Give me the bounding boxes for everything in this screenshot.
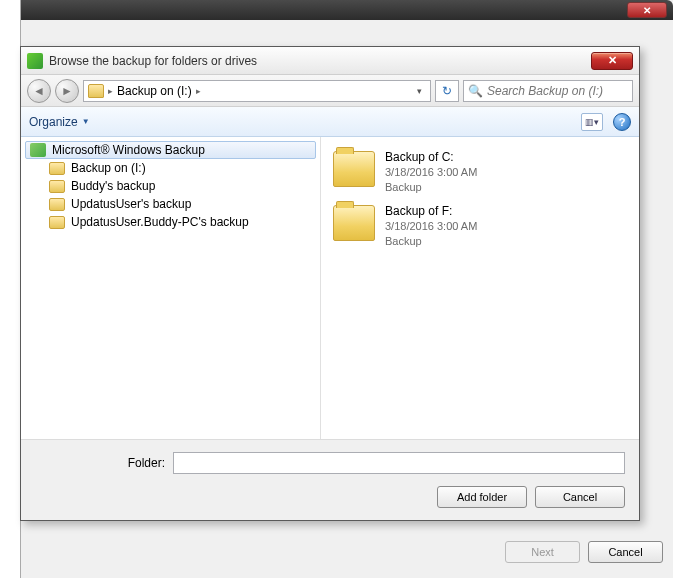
tree-item[interactable]: Buddy's backup [21,177,320,195]
refresh-button[interactable]: ↻ [435,80,459,102]
chevron-right-icon: ▸ [196,86,201,96]
item-type: Backup [385,180,477,195]
parent-titlebar: ✕ [21,0,673,20]
item-type: Backup [385,234,477,249]
item-name: Backup of C: [385,149,477,165]
content-pane[interactable]: Backup of C: 3/18/2016 3:00 AM Backup Ba… [321,137,639,439]
chevron-right-icon: ▸ [108,86,113,96]
item-date: 3/18/2016 3:00 AM [385,165,477,180]
folder-icon [49,180,65,193]
folder-input[interactable] [173,452,625,474]
dialog-close-button[interactable]: ✕ [591,52,633,70]
folder-icon [88,84,104,98]
split-pane: Microsoft® Windows Backup Backup on (I:)… [21,137,639,439]
tree-item[interactable]: UpdatusUser.Buddy-PC's backup [21,213,320,231]
parent-button-row: Next Cancel [505,541,663,563]
view-options-button[interactable]: ▥▾ [581,113,603,131]
search-box[interactable]: 🔍 [463,80,633,102]
nav-bar: ◄ ► ▸ Backup on (I:) ▸ ▾ ↻ 🔍 [21,75,639,107]
dialog-titlebar: Browse the backup for folders or drives … [21,47,639,75]
dialog-button-row: Add folder Cancel [35,486,625,508]
dialog-title: Browse the backup for folders or drives [49,54,257,68]
nav-tree[interactable]: Microsoft® Windows Backup Backup on (I:)… [21,137,321,439]
chevron-down-icon: ▼ [82,117,90,126]
tree-item-label: UpdatusUser.Buddy-PC's backup [71,215,249,229]
folder-icon [49,216,65,229]
backup-root-icon [30,143,46,157]
folder-icon [49,162,65,175]
search-icon: 🔍 [468,84,483,98]
toolbar: Organize ▼ ▥▾ ? [21,107,639,137]
parent-close-button[interactable]: ✕ [627,2,667,18]
search-input[interactable] [487,84,628,98]
folder-label: Folder: [35,456,165,470]
parent-next-button: Next [505,541,580,563]
folder-field-row: Folder: [35,452,625,474]
list-item[interactable]: Backup of C: 3/18/2016 3:00 AM Backup [331,145,629,199]
nav-forward-button[interactable]: ► [55,79,79,103]
tree-item-label: UpdatusUser's backup [71,197,191,211]
app-icon [27,53,43,69]
list-item[interactable]: Backup of F: 3/18/2016 3:00 AM Backup [331,199,629,253]
organize-label: Organize [29,115,78,129]
add-folder-button[interactable]: Add folder [437,486,527,508]
tree-item[interactable]: UpdatusUser's backup [21,195,320,213]
dialog-footer: Folder: Add folder Cancel [21,439,639,520]
browse-dialog: Browse the backup for folders or drives … [20,46,640,521]
item-name: Backup of F: [385,203,477,219]
breadcrumb-bar[interactable]: ▸ Backup on (I:) ▸ ▾ [83,80,431,102]
folder-icon [333,151,375,187]
folder-icon [333,205,375,241]
breadcrumb-dropdown[interactable]: ▾ [413,86,426,96]
dialog-cancel-button[interactable]: Cancel [535,486,625,508]
folder-icon [49,198,65,211]
parent-cancel-button[interactable]: Cancel [588,541,663,563]
breadcrumb-location[interactable]: Backup on (I:) [117,84,192,98]
tree-item-label: Buddy's backup [71,179,155,193]
tree-root-label: Microsoft® Windows Backup [52,143,205,157]
item-date: 3/18/2016 3:00 AM [385,219,477,234]
help-button[interactable]: ? [613,113,631,131]
tree-root[interactable]: Microsoft® Windows Backup [25,141,316,159]
nav-back-button[interactable]: ◄ [27,79,51,103]
organize-menu[interactable]: Organize ▼ [29,115,90,129]
tree-item[interactable]: Backup on (I:) [21,159,320,177]
tree-item-label: Backup on (I:) [71,161,146,175]
